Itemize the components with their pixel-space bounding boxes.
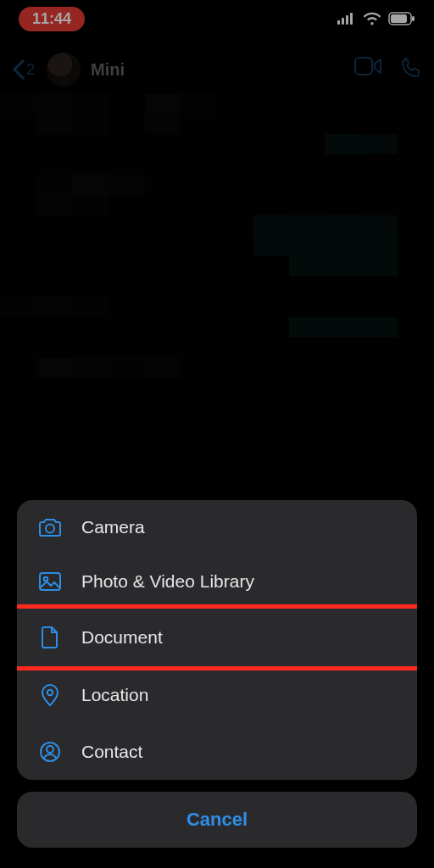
svg-point-13 <box>47 746 53 753</box>
sheet-item-photo-library[interactable]: Photo & Video Library <box>17 554 417 609</box>
svg-point-10 <box>44 577 48 581</box>
sheet-menu: Camera Photo & Video Library Document Lo… <box>17 500 417 780</box>
sheet-item-camera[interactable]: Camera <box>17 500 417 554</box>
sheet-item-label: Camera <box>81 517 145 537</box>
cancel-button[interactable]: Cancel <box>17 792 417 848</box>
sheet-item-contact[interactable]: Contact <box>17 724 417 780</box>
sheet-item-label: Contact <box>81 742 142 762</box>
contact-icon <box>37 741 63 763</box>
location-icon <box>37 683 63 707</box>
svg-point-8 <box>46 525 54 533</box>
sheet-item-label: Document <box>81 627 163 648</box>
sheet-item-document[interactable]: Document <box>17 604 417 670</box>
photo-library-icon <box>37 571 63 592</box>
screen: 11:44 2 Mini <box>0 0 434 868</box>
sheet-item-label: Location <box>81 685 148 705</box>
sheet-item-label: Photo & Video Library <box>81 571 254 592</box>
sheet-item-location[interactable]: Location <box>17 666 417 724</box>
document-icon <box>37 626 63 649</box>
svg-point-11 <box>47 690 53 695</box>
camera-icon <box>37 517 63 537</box>
svg-rect-9 <box>40 573 60 590</box>
attachment-action-sheet: Camera Photo & Video Library Document Lo… <box>17 500 417 848</box>
